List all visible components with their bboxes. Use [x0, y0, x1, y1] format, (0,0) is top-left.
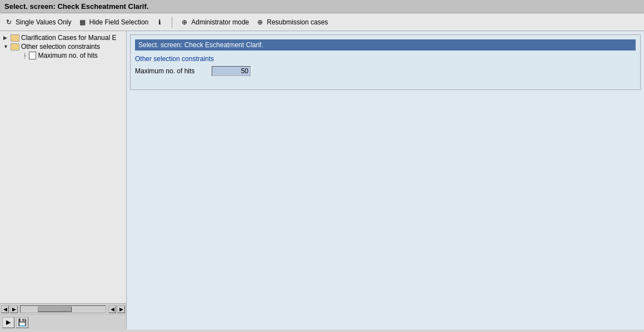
hide-field-label: Hide Field Selection: [89, 18, 149, 26]
main-container: ▶ Clarification Cases for Manual E ▼ Oth…: [0, 31, 644, 330]
section-header: Other selection constraints: [135, 55, 636, 63]
resubmission-label: Resubmission cases: [267, 18, 328, 26]
content-title: Select. screen: Check Escheatment Clarif…: [135, 39, 636, 51]
hide-field-button[interactable]: ▦ Hide Field Selection: [78, 18, 149, 27]
doc-icon-max-hits: [29, 52, 36, 59]
tree-container: ▶ Clarification Cases for Manual E ▼ Oth…: [0, 31, 126, 303]
tree-item-other-constraints[interactable]: ▼ Other selection constraints: [2, 42, 124, 51]
tree-label-max-hits: Maximum no. of hits: [38, 52, 97, 59]
section-header-text: Other selection constraints: [135, 55, 214, 63]
scroll-left-btn[interactable]: ◀: [1, 305, 9, 313]
scroll-right2-btn[interactable]: ▶: [117, 305, 125, 313]
admin-mode-icon: ⊕: [180, 18, 189, 27]
right-panel: Select. screen: Check Escheatment Clarif…: [127, 31, 644, 330]
left-panel: ▶ Clarification Cases for Manual E ▼ Oth…: [0, 31, 127, 330]
content-box: Select. screen: Check Escheatment Clarif…: [130, 34, 641, 90]
tree-label-clarification: Clarification Cases for Manual E: [21, 34, 116, 42]
scroll-left2-btn[interactable]: ◀: [108, 305, 116, 313]
save-button[interactable]: 💾: [16, 317, 28, 328]
child-indent-line: ├: [23, 53, 26, 58]
max-hits-label: Maximum no. of hits: [135, 67, 207, 75]
bottom-toolbar: ▶ 💾: [0, 314, 126, 330]
single-values-button[interactable]: ↻ Single Values Only: [4, 18, 72, 27]
max-hits-row: Maximum no. of hits: [135, 66, 636, 76]
admin-mode-label: Administrator mode: [191, 18, 249, 26]
content-title-text: Select. screen: Check Escheatment Clarif…: [138, 41, 263, 49]
title-bar: Select. screen: Check Escheatment Clarif…: [0, 0, 644, 13]
toolbar: ↻ Single Values Only ▦ Hide Field Select…: [0, 13, 644, 31]
max-hits-input[interactable]: [212, 66, 251, 76]
tree-item-max-hits[interactable]: ├ Maximum no. of hits: [2, 51, 124, 60]
tree-item-clarification[interactable]: ▶ Clarification Cases for Manual E: [2, 33, 124, 42]
toolbar-separator: [172, 17, 172, 28]
admin-mode-button[interactable]: ⊕ Administrator mode: [180, 18, 249, 27]
folder-icon-clarification: [11, 34, 19, 42]
single-values-icon: ↻: [4, 18, 13, 27]
info-button[interactable]: ℹ: [155, 18, 164, 27]
resubmission-button[interactable]: ⊕ Resubmission cases: [256, 18, 328, 27]
open-folder-icon-other-constraints: [11, 43, 19, 51]
tree-label-other-constraints: Other selection constraints: [21, 43, 100, 51]
expand-arrow-other-constraints: ▼: [3, 44, 9, 49]
scroll-right-btn[interactable]: ▶: [10, 305, 18, 313]
info-icon: ℹ: [155, 18, 164, 27]
title-text: Select. screen: Check Escheatment Clarif…: [4, 2, 148, 11]
play-button[interactable]: ▶: [2, 317, 14, 328]
single-values-label: Single Values Only: [16, 18, 72, 26]
horizontal-scrollbar[interactable]: ····: [20, 305, 106, 313]
left-scroll-area: ◀ ▶ ···· ◀ ▶: [0, 303, 126, 314]
resubmission-icon: ⊕: [256, 18, 264, 27]
expand-arrow-clarification: ▶: [3, 35, 9, 41]
hide-field-icon: ▦: [78, 18, 87, 27]
